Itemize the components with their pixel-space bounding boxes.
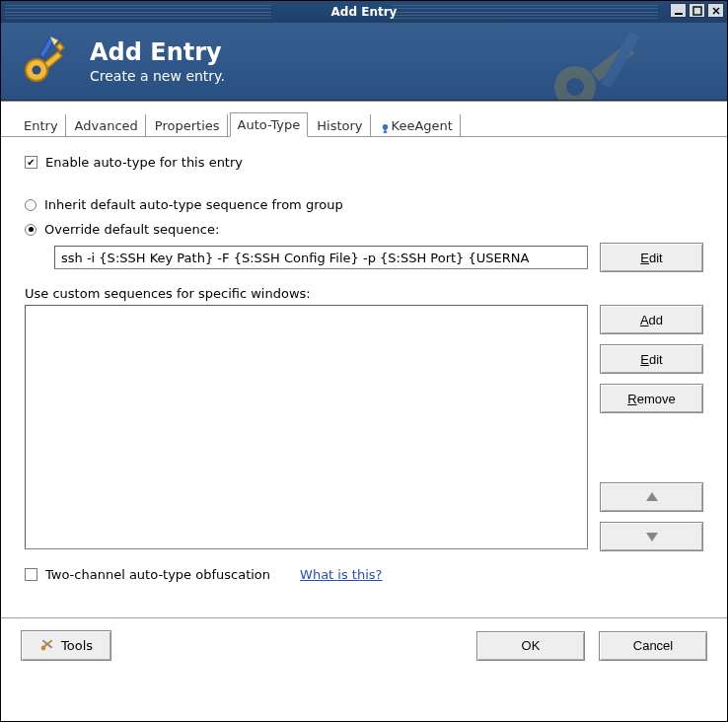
move-up-button[interactable] bbox=[600, 482, 703, 512]
custom-sequences-listbox[interactable] bbox=[25, 305, 588, 549]
inherit-radio-label: Inherit default auto-type sequence from … bbox=[44, 197, 343, 212]
keeagent-icon bbox=[380, 122, 390, 132]
tab-advanced[interactable]: Advanced bbox=[68, 114, 146, 137]
svg-point-11 bbox=[566, 78, 584, 96]
custom-sequences-label: Use custom sequences for specific window… bbox=[25, 286, 703, 301]
svg-rect-16 bbox=[383, 131, 387, 132]
tab-history[interactable]: History bbox=[310, 114, 370, 137]
remove-button[interactable]: Remove bbox=[600, 384, 703, 413]
tools-button[interactable]: Tools bbox=[21, 630, 111, 661]
move-down-button[interactable] bbox=[600, 522, 703, 551]
minimize-button[interactable] bbox=[670, 3, 687, 18]
sequence-input[interactable] bbox=[54, 246, 588, 269]
tab-keeagent-label: KeeAgent bbox=[392, 118, 453, 133]
tab-entry[interactable]: Entry bbox=[17, 114, 66, 137]
what-is-this-link[interactable]: What is this? bbox=[300, 567, 382, 582]
inherit-radio[interactable] bbox=[25, 199, 36, 211]
tools-icon bbox=[39, 636, 55, 655]
dialog-header: Add Entry Create a new entry. bbox=[1, 23, 727, 100]
maximize-button[interactable] bbox=[689, 3, 705, 18]
tab-auto-type[interactable]: Auto-Type bbox=[230, 112, 309, 137]
dialog-title: Add Entry bbox=[90, 38, 225, 66]
cancel-button[interactable]: Cancel bbox=[599, 631, 707, 661]
window-title: Add Entry bbox=[331, 5, 398, 19]
enable-auto-type-checkbox[interactable] bbox=[25, 156, 37, 169]
close-button[interactable] bbox=[707, 3, 724, 18]
edit-button[interactable]: Edit bbox=[600, 344, 703, 374]
key-icon-watermark bbox=[520, 28, 697, 100]
svg-marker-17 bbox=[646, 492, 658, 501]
obfuscation-label: Two-channel auto-type obfuscation bbox=[45, 567, 270, 582]
dialog-footer: Tools OK Cancel bbox=[1, 630, 727, 675]
override-radio-label: Override default sequence: bbox=[44, 222, 219, 237]
svg-point-5 bbox=[33, 66, 41, 75]
tab-keeagent[interactable]: KeeAgent bbox=[373, 114, 461, 137]
dialog-subtitle: Create a new entry. bbox=[90, 68, 225, 84]
override-radio[interactable] bbox=[25, 224, 36, 236]
svg-point-21 bbox=[41, 646, 46, 651]
svg-rect-0 bbox=[675, 13, 683, 15]
svg-rect-6 bbox=[44, 51, 62, 67]
svg-marker-18 bbox=[646, 533, 658, 542]
obfuscation-checkbox[interactable] bbox=[25, 568, 37, 581]
add-button[interactable]: Add bbox=[600, 305, 703, 334]
tab-content-auto-type: Enable auto-type for this entry Inherit … bbox=[1, 137, 727, 600]
key-icon bbox=[21, 36, 70, 86]
window-titlebar: Add Entry bbox=[1, 1, 727, 23]
edit-sequence-button[interactable]: EEditdit bbox=[600, 243, 703, 272]
tab-bar: Entry Advanced Properties Auto-Type Hist… bbox=[1, 102, 727, 137]
ok-button[interactable]: OK bbox=[476, 631, 585, 661]
tab-properties[interactable]: Properties bbox=[148, 114, 228, 137]
enable-auto-type-label: Enable auto-type for this entry bbox=[45, 155, 243, 170]
svg-rect-1 bbox=[693, 7, 701, 15]
svg-rect-7 bbox=[56, 43, 64, 51]
